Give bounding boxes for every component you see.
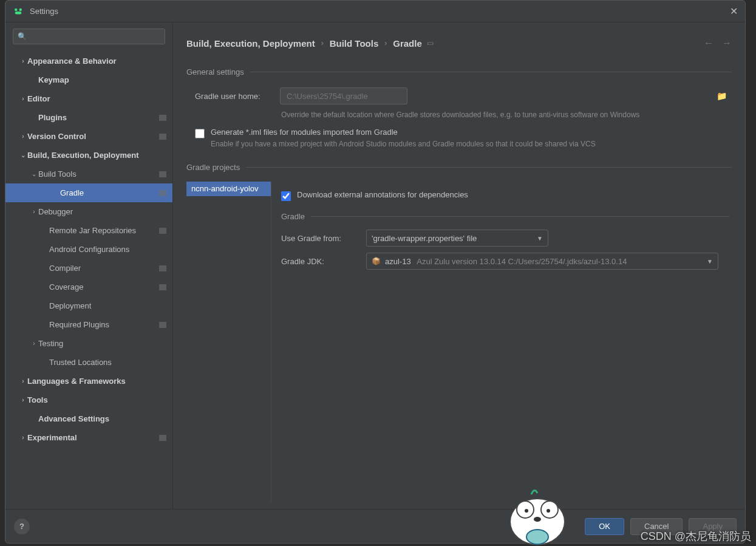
- sidebar-item-plugins[interactable]: Plugins: [5, 108, 172, 127]
- svg-point-8: [534, 517, 541, 522]
- sidebar-item-label: Build, Execution, Deployment: [27, 151, 166, 160]
- sidebar-item-label: Experimental: [27, 433, 159, 442]
- use-gradle-from-row: Use Gradle from: 'gradle-wrapper.propert…: [281, 230, 729, 247]
- chevron-right-icon: ›: [30, 208, 38, 215]
- close-icon[interactable]: ✕: [730, 5, 738, 17]
- sidebar-item-build-tools[interactable]: ⌄Build Tools: [5, 165, 172, 183]
- sidebar-item-label: Plugins: [38, 113, 159, 122]
- section-general: General settings: [186, 67, 732, 77]
- chevron-down-icon: ⌄: [30, 171, 38, 177]
- ok-button[interactable]: OK: [585, 518, 624, 535]
- project-scope-badge-icon: [159, 322, 166, 328]
- sidebar-item-label: Gradle: [60, 188, 159, 197]
- project-scope-badge-icon: [159, 284, 166, 290]
- sidebar-item-label: Deployment: [49, 301, 166, 310]
- project-detail: Download external annotations for depend…: [271, 182, 732, 503]
- android-studio-icon: [13, 6, 24, 17]
- chevron-right-icon: ›: [19, 378, 27, 384]
- sidebar-item-experimental[interactable]: ›Experimental: [5, 428, 172, 447]
- sidebar-item-label: Testing: [38, 339, 166, 348]
- project-scope-badge-icon: [159, 265, 166, 271]
- search-box: 🔍: [13, 29, 165, 44]
- project-scope-badge-icon: [159, 435, 166, 441]
- gradle-user-home-label: Gradle user home:: [195, 92, 280, 101]
- sidebar-item-advanced-settings[interactable]: Advanced Settings: [5, 409, 172, 428]
- svg-point-1: [19, 8, 22, 11]
- gradle-user-home-row: Gradle user home: 📁: [173, 87, 732, 104]
- sidebar-item-label: Tools: [27, 395, 166, 404]
- projects-list[interactable]: ncnn-android-yolov: [186, 182, 271, 503]
- download-annotations-checkbox[interactable]: [281, 191, 291, 201]
- use-gradle-from-dropdown[interactable]: 'gradle-wrapper.properties' file ▼: [366, 230, 548, 247]
- sidebar-item-label: Keymap: [38, 75, 166, 84]
- sidebar-item-required-plugins[interactable]: Required Plugins: [5, 315, 172, 334]
- gradle-jdk-value: azul-13 Azul Zulu version 13.0.14 C:/Use…: [385, 257, 702, 266]
- gradle-jdk-row: Gradle JDK: 📦 azul-13 Azul Zulu version …: [281, 253, 729, 270]
- chevron-right-icon: ›: [321, 39, 324, 47]
- help-button[interactable]: ?: [14, 519, 30, 534]
- sidebar-item-label: Compiler: [49, 264, 159, 273]
- sidebar-item-label: Editor: [27, 94, 166, 103]
- sidebar-item-tools[interactable]: ›Tools: [5, 391, 172, 409]
- gradle-jdk-dropdown[interactable]: 📦 azul-13 Azul Zulu version 13.0.14 C:/U…: [366, 253, 718, 270]
- watermark: CSDN @杰尼龟消防员: [641, 529, 751, 544]
- generate-iml-label: Generate *.iml files for modules importe…: [211, 128, 398, 137]
- folder-icon[interactable]: 📁: [717, 91, 727, 101]
- breadcrumb: Build, Execution, Deployment › Build Too…: [173, 33, 732, 53]
- sidebar-item-gradle[interactable]: Gradle: [5, 183, 172, 202]
- sidebar-item-version-control[interactable]: ›Version Control: [5, 127, 172, 146]
- sidebar-item-label: Required Plugins: [49, 320, 159, 329]
- chevron-right-icon: ›: [19, 434, 27, 441]
- crumb-1[interactable]: Build Tools: [330, 38, 379, 49]
- sidebar-item-android-configurations[interactable]: Android Configurations: [5, 240, 172, 259]
- generate-iml-checkbox[interactable]: [195, 129, 205, 138]
- project-scope-badge-icon: [159, 115, 166, 121]
- sidebar-item-remote-jar-repositories[interactable]: Remote Jar Repositories: [5, 221, 172, 240]
- crumb-2[interactable]: Gradle: [393, 38, 422, 49]
- sidebar-item-coverage[interactable]: Coverage: [5, 278, 172, 296]
- section-projects-label: Gradle projects: [186, 163, 240, 172]
- window-title: Settings: [30, 7, 730, 16]
- search-input[interactable]: [13, 29, 165, 44]
- chevron-right-icon: ›: [19, 397, 27, 403]
- mascot-image: [495, 485, 574, 546]
- section-projects: Gradle projects: [186, 163, 732, 172]
- svg-point-0: [15, 8, 18, 11]
- sidebar-item-compiler[interactable]: Compiler: [5, 259, 172, 278]
- use-gradle-from-label: Use Gradle from:: [281, 234, 366, 243]
- projects-area: ncnn-android-yolov Download external ann…: [186, 182, 732, 503]
- use-gradle-from-value: 'gradle-wrapper.properties' file: [372, 234, 532, 243]
- sidebar-item-testing[interactable]: ›Testing: [5, 334, 172, 353]
- gradle-jdk-label: Gradle JDK:: [281, 257, 366, 266]
- footer: ? OK Cancel Apply: [5, 509, 745, 543]
- svg-point-6: [525, 509, 528, 513]
- sidebar-item-label: Languages & Frameworks: [27, 377, 166, 386]
- project-scope-badge-icon: [159, 134, 166, 140]
- generate-iml-row: Generate *.iml files for modules importe…: [173, 128, 732, 138]
- settings-tree[interactable]: ›Appearance & BehaviorKeymap›EditorPlugi…: [5, 49, 172, 509]
- content-panel: Build, Execution, Deployment › Build Too…: [173, 22, 745, 509]
- chevron-right-icon: ›: [19, 133, 27, 140]
- sidebar-item-label: Version Control: [27, 132, 159, 141]
- sidebar-item-languages-frameworks[interactable]: ›Languages & Frameworks: [5, 372, 172, 391]
- sidebar-item-label: Coverage: [49, 282, 159, 292]
- crumb-0[interactable]: Build, Execution, Deployment: [186, 38, 315, 49]
- section-general-label: General settings: [186, 67, 244, 77]
- sidebar-item-editor[interactable]: ›Editor: [5, 89, 172, 108]
- chevron-down-icon: ▼: [707, 258, 713, 265]
- sidebar-item-debugger[interactable]: ›Debugger: [5, 202, 172, 221]
- sidebar-item-keymap[interactable]: Keymap: [5, 70, 172, 89]
- sidebar-item-appearance-behavior[interactable]: ›Appearance & Behavior: [5, 52, 172, 70]
- back-icon[interactable]: ←: [704, 38, 713, 49]
- sidebar-item-build-execution-deployment[interactable]: ⌄Build, Execution, Deployment: [5, 146, 172, 165]
- project-scope-badge-icon: [159, 190, 166, 196]
- svg-point-9: [526, 530, 548, 544]
- forward-icon[interactable]: →: [722, 38, 732, 49]
- sidebar-item-trusted-locations[interactable]: Trusted Locations: [5, 353, 172, 372]
- sidebar-item-label: Remote Jar Repositories: [49, 226, 159, 235]
- titlebar: Settings ✕: [5, 1, 745, 22]
- gradle-user-home-input[interactable]: [280, 87, 407, 104]
- chevron-right-icon: ›: [384, 39, 387, 47]
- project-item[interactable]: ncnn-android-yolov: [186, 182, 271, 196]
- sidebar-item-deployment[interactable]: Deployment: [5, 296, 172, 315]
